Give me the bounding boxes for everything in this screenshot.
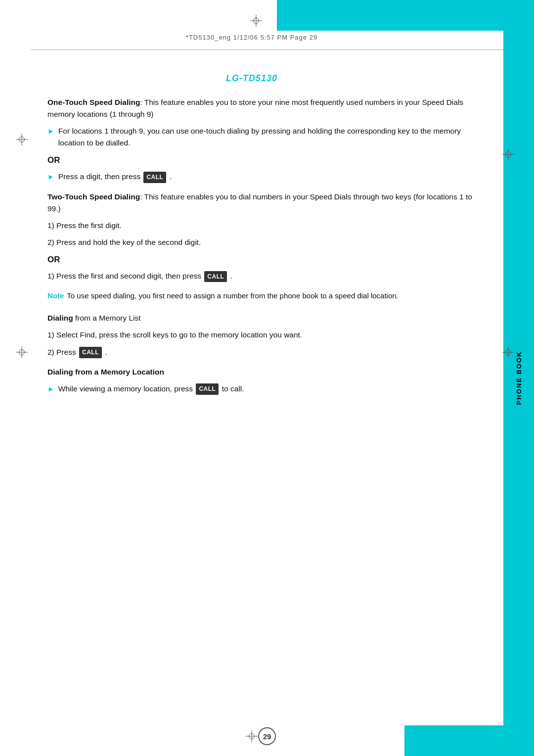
bullet-triangle-icon-3: ► (47, 384, 54, 395)
call-badge-2: CALL (204, 271, 227, 283)
bullet-triangle-icon-2: ► (47, 172, 54, 183)
bottom-cyan-bar (404, 725, 503, 756)
note-body: To use speed dialing, you first need to … (67, 290, 398, 301)
two-touch-title: Two-Touch Speed Dialing (47, 192, 140, 201)
one-touch-or-prefix: Press a digit, then press (58, 172, 140, 181)
dialing-location-prefix: While viewing a memory location, press (58, 384, 193, 393)
dialing-memory-section: Dialing from a Memory List 1) Select Fin… (47, 312, 487, 358)
registration-mark-right-top (502, 148, 514, 160)
dialing-memory-subtitle: from a Memory List (73, 314, 141, 322)
call-badge-4: CALL (196, 383, 219, 395)
brand-title: LG-TD5130 (0, 73, 503, 84)
header-divider (31, 49, 503, 50)
call-badge-3: CALL (79, 347, 102, 358)
one-touch-or-bullet: ► Press a digit, then press CALL . (47, 171, 487, 183)
step2-hold: 2) Press and hold the key of the second … (47, 236, 487, 248)
dialing-location-text: While viewing a memory location, press C… (58, 383, 487, 395)
step1-two-touch: 1) Press the first and second digit, the… (47, 270, 487, 282)
sidebar-label: Phone Book (515, 351, 523, 405)
dialing-memory-title: Dialing (47, 314, 73, 322)
note-label: Note (47, 290, 64, 301)
dialing-location-section: Dialing from a Memory Location ► While v… (47, 366, 487, 395)
bullet-triangle-icon: ► (47, 126, 54, 137)
dialing-step2-line: 2) Press CALL . (47, 346, 487, 358)
note-line: Note To use speed dialing, you first nee… (47, 290, 487, 301)
dialing-location-title: Dialing from a Memory Location (47, 366, 487, 378)
one-touch-title: One-Touch Speed Dialing (47, 98, 140, 106)
dialing-location-bullet: ► While viewing a memory location, press… (47, 383, 487, 395)
registration-mark-left-top (16, 134, 28, 145)
dialing-location-end: to call. (222, 384, 244, 393)
one-touch-bullet-item: ► For locations 1 through 9, you can use… (47, 125, 487, 149)
registration-mark-top-center (250, 15, 262, 27)
one-touch-or-text: Press a digit, then press CALL . (58, 171, 487, 183)
header-file-info: *TD5130_eng 1/12/06 5:57 PM Page 29 (0, 34, 503, 41)
two-touch-paragraph: Two-Touch Speed Dialing: This feature en… (47, 191, 487, 215)
step1-first-digit: 1) Press the first digit. (47, 220, 487, 232)
dialing-memory-title-line: Dialing from a Memory List (47, 312, 487, 324)
registration-mark-bottom-center (246, 730, 258, 742)
step1-two-prefix: 1) Press the first and second digit, the… (47, 272, 201, 280)
dialing-step1: 1) Select Find, press the scroll keys to… (47, 329, 487, 341)
one-touch-paragraph: One-Touch Speed Dialing: This feature en… (47, 96, 487, 120)
right-sidebar: Phone Book (503, 0, 534, 756)
page-number: 29 (258, 727, 276, 745)
or-heading-1: OR (47, 154, 487, 167)
dialing-step2-prefix: 2) Press (47, 348, 76, 356)
call-badge-1: CALL (143, 172, 166, 183)
one-touch-bullet-text: For locations 1 through 9, you can use o… (58, 125, 487, 149)
top-cyan-bar (277, 0, 534, 31)
or-heading-2: OR (47, 253, 487, 266)
registration-mark-left-mid (16, 346, 28, 358)
registration-mark-right-mid (502, 346, 514, 358)
main-content: One-Touch Speed Dialing: This feature en… (47, 96, 487, 401)
